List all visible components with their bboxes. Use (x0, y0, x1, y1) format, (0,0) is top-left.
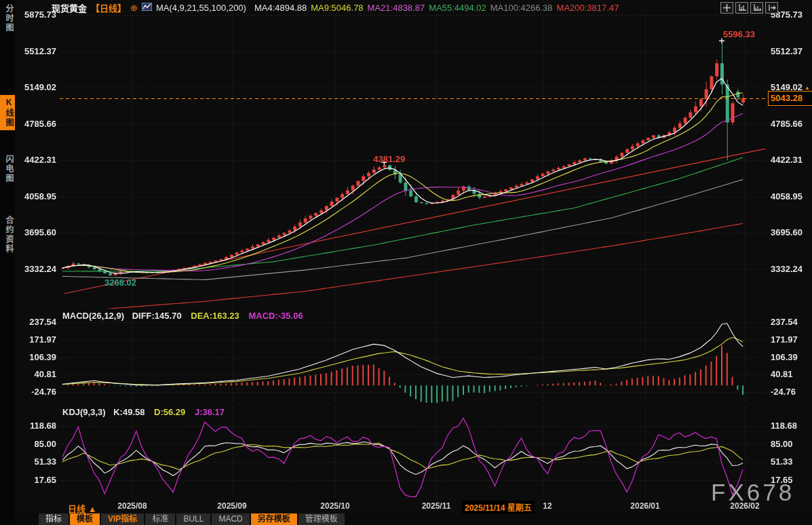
kdj-header: KDJ(9,3,3) K:49.58 D:56.29 J:36.17 (62, 407, 225, 417)
toolbar-tab[interactable]: BULL (176, 513, 210, 525)
sidebar-tab[interactable]: 合约资料 (0, 216, 15, 254)
toolbar-tab[interactable]: 另存模板 (251, 513, 297, 525)
ma-value: MA21:4838.87 (368, 3, 425, 13)
sidebar-tab[interactable]: K线图 (0, 95, 15, 130)
kdj-tick-label: 118.68 (17, 421, 56, 431)
x-axis-label: 2026/01 (630, 501, 659, 511)
ma-value: MA4:4894.88 (254, 3, 307, 13)
x-axis-scale-icon[interactable] (750, 2, 763, 14)
ma-values: MA4:4894.88MA9:5046.78MA21:4838.87MA55:4… (250, 3, 619, 13)
macd-tick-label: 237.54 (771, 317, 810, 327)
prior-high-label: 4381.29 (373, 154, 405, 164)
macd-tick-label: 237.54 (17, 317, 56, 327)
toolbar-tab[interactable]: 管理模板 (298, 513, 345, 525)
kdj-tick-label: 85.00 (17, 439, 56, 449)
toolbar-tabs: 指标模板VIP指标标准BULLMACD另存模板管理模板 (39, 513, 345, 525)
macd-macd-value: MACD:-35.06 (248, 311, 303, 321)
price-tick-label: 4058.95 (17, 191, 56, 201)
x-axis-label: 2026/02 (730, 501, 759, 511)
x-axis-label: 2025/08 (117, 501, 147, 511)
kdj-tick-label: 51.33 (771, 456, 810, 467)
ma-settings-label: MA(4,9,21,55,100,200) (156, 3, 246, 13)
timeframe-label: 日线 (68, 504, 85, 514)
price-tag-arrow-icon[interactable]: ▲ (805, 85, 810, 91)
sidebar-tab[interactable]: 闪电图 (0, 155, 15, 183)
kdj-j-value: J:36.17 (195, 407, 225, 417)
macd-header: MACD(26,12,9) DIFF:145.70 DEA:163.23 MAC… (62, 311, 303, 321)
add-indicator-icon[interactable]: ⊕ (130, 3, 138, 13)
ma-value: MA200:3817.47 (557, 3, 619, 13)
macd-tick-label: 40.81 (17, 369, 56, 379)
kdj-tick-label: 85.00 (771, 439, 810, 449)
price-tick-label: 3332.24 (771, 264, 810, 274)
toolbar-tab[interactable]: 模板 (70, 513, 100, 525)
toolbar-tab[interactable]: 指标 (39, 513, 69, 525)
pan-icon[interactable] (720, 2, 733, 14)
price-tick-label: 4785.66 (17, 119, 56, 129)
y-axis-scale-icon[interactable] (735, 2, 748, 14)
price-tick-label: 3695.60 (17, 227, 56, 237)
macd-tick-label: -24.76 (771, 387, 810, 397)
ma-value: MA100:4266.38 (490, 3, 553, 13)
macd-tick-label: -24.76 (17, 387, 56, 397)
kdj-d-value: D:56.29 (154, 407, 185, 417)
macd-dea-value: DEA:163.23 (191, 311, 239, 321)
kdj-tick-label: 118.68 (771, 421, 810, 431)
kdj-tick-label: 17.65 (17, 475, 56, 485)
macd-title: MACD(26,12,9) (62, 311, 124, 321)
x-axis-label: 2025/09 (217, 501, 246, 511)
macd-tick-label: 40.81 (771, 369, 810, 379)
price-tick-label: 4422.31 (17, 155, 56, 165)
pop-out-icon[interactable] (765, 2, 778, 14)
trading-app-window: 分时图K线图闪电图合约资料 现货黄金 【日线】 ⊕ MA(4,9,21,55,1… (0, 0, 812, 525)
macd-tick-label: 106.39 (771, 352, 810, 362)
x-axis-label: 2025/11 (422, 501, 451, 511)
ma-value: MA9:5046.78 (311, 3, 363, 13)
selected-date-tag: 2025/11/14 星期五 (462, 501, 535, 513)
toolbar-tab[interactable]: VIP指标 (101, 513, 144, 525)
swing-high-label: 5596.33 (723, 29, 755, 39)
swing-low-label: 3268.02 (104, 277, 136, 288)
toolbar-tab[interactable]: MACD (212, 513, 249, 525)
chart-style-icon[interactable] (142, 3, 152, 13)
last-price-tag: 5043.28 (768, 91, 812, 106)
kdj-tick-label: 17.65 (771, 475, 810, 485)
sidebar-tab[interactable]: 分时图 (0, 4, 15, 33)
toolbar-tab[interactable]: 标准 (145, 513, 175, 525)
period-label[interactable]: 【日线】 (91, 1, 126, 14)
timeframe-arrow-icon: ▲ (88, 504, 97, 514)
chart-canvas[interactable] (0, 0, 812, 525)
price-tick-label: 5512.37 (17, 46, 56, 56)
macd-tick-label: 171.97 (771, 334, 810, 345)
price-tick-label: 3332.24 (17, 264, 56, 274)
price-tick-label: 5149.02 (17, 82, 56, 92)
kdj-tick-label: 51.33 (17, 456, 56, 467)
symbol-name: 现货黄金 (52, 1, 87, 14)
price-tick-label: 3695.60 (771, 227, 810, 237)
kdj-k-value: K:49.58 (113, 407, 144, 417)
price-tick-label: 4785.66 (771, 119, 810, 129)
x-axis-label: 12 (543, 501, 552, 511)
price-tick-label: 4058.95 (771, 191, 810, 201)
chart-header: 现货黄金 【日线】 ⊕ MA(4,9,21,55,100,200) MA4:48… (52, 1, 619, 14)
macd-tick-label: 171.97 (17, 334, 56, 345)
window-icons (720, 2, 778, 14)
kdj-title: KDJ(9,3,3) (62, 407, 106, 417)
macd-tick-label: 106.39 (17, 352, 56, 362)
ma-value: MA55:4494.02 (429, 3, 486, 13)
price-tick-label: 4422.31 (771, 155, 810, 165)
sidebar: 分时图K线图闪电图合约资料 (0, 0, 15, 525)
price-tick-label: 5875.73 (17, 9, 56, 20)
x-axis-label: 2025/10 (320, 501, 349, 511)
price-tick-label: 5512.37 (771, 46, 810, 56)
macd-diff-value: DIFF:145.70 (132, 311, 182, 321)
